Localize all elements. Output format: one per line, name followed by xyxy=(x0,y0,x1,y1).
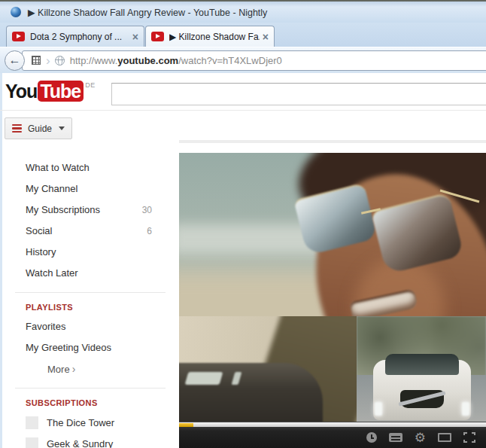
tab-bar: Dota 2 Symphony of ... × ▶ Killzone Shad… xyxy=(0,23,486,47)
watch-later-icon[interactable] xyxy=(366,432,377,443)
navigation-toolbar: ← › http://www.youtube.com/watch?v=hT4XL… xyxy=(0,47,486,73)
youtube-page: You Tube DE Guide What to Watch My Chann… xyxy=(0,73,486,448)
theater-mode-icon[interactable] xyxy=(438,433,451,442)
captions-icon[interactable] xyxy=(389,433,402,442)
bookmarks-grid-icon[interactable] xyxy=(32,56,41,65)
sidebar-item-what-to-watch[interactable]: What to Watch xyxy=(0,157,166,178)
more-label: More xyxy=(47,364,70,375)
sidebar-item-label: My Subscriptions xyxy=(26,204,100,215)
sidebar-item-label: My Channel xyxy=(26,183,77,194)
progress-bar[interactable] xyxy=(179,422,486,427)
youtube-logo[interactable]: You Tube DE xyxy=(5,81,96,102)
count-badge: 6 xyxy=(147,221,152,242)
sidebar-item-my-greeting-videos[interactable]: My Greeting Videos xyxy=(0,337,166,358)
video-frame-woman-sunglasses xyxy=(179,153,486,316)
sidebar-item-label: History xyxy=(26,246,56,258)
title-bar[interactable]: ▶ Killzone Shadow Fall Angry Review - Yo… xyxy=(0,0,486,23)
tab-killzone[interactable]: ▶ Killzone Shadow Fa... × xyxy=(145,26,275,47)
channel-thumbnail xyxy=(26,437,38,448)
sidebar-item-label: Geek & Sundry xyxy=(47,438,113,448)
player-top-strip xyxy=(179,140,486,143)
search-input[interactable] xyxy=(111,83,486,105)
sidebar-item-the-dice-tower[interactable]: The Dice Tower xyxy=(0,412,166,433)
url-bar[interactable]: › http://www.youtube.com/watch?v=hT4XLwD… xyxy=(22,50,486,71)
count-badge: 30 xyxy=(142,200,152,221)
sidebar-item-label: Social xyxy=(26,225,52,236)
sidebar-more-link[interactable]: More› xyxy=(0,358,166,379)
sidebar-item-my-channel[interactable]: My Channel xyxy=(0,178,166,200)
url-domain: youtube.com xyxy=(117,55,178,66)
chevron-separator-icon: › xyxy=(46,54,50,67)
tab-dota2[interactable]: Dota 2 Symphony of ... × xyxy=(6,26,144,47)
browser-window: ▶ Killzone Shadow Fall Angry Review - Yo… xyxy=(0,0,486,448)
chevron-right-icon: › xyxy=(72,363,76,375)
sidebar-item-my-subscriptions[interactable]: My Subscriptions 30 xyxy=(0,200,166,221)
sidebar-item-watch-later[interactable]: Watch Later xyxy=(0,263,166,284)
url-prefix: http://www. xyxy=(70,55,118,66)
guide-button[interactable]: Guide xyxy=(5,117,72,139)
tab-close-icon[interactable]: × xyxy=(132,32,138,41)
sidebar-item-history[interactable]: History xyxy=(0,242,166,263)
youtube-favicon-icon xyxy=(12,32,25,41)
tab-label: ▶ Killzone Shadow Fa... xyxy=(169,32,260,42)
logo-tube-text: Tube xyxy=(38,81,84,102)
logo-region-badge: DE xyxy=(85,81,96,89)
settings-icon[interactable]: ⚙ xyxy=(415,431,426,444)
sidebar-item-social[interactable]: Social 6 xyxy=(0,221,166,242)
sidebar-item-label: The Dice Tower xyxy=(47,417,114,428)
sidebar-divider xyxy=(15,388,166,389)
video-player[interactable]: ⚙ xyxy=(179,153,486,448)
masthead-divider xyxy=(0,110,486,111)
player-control-bar: ⚙ xyxy=(179,427,486,448)
caret-down-icon xyxy=(59,126,65,130)
guide-button-label: Guide xyxy=(28,123,52,134)
logo-you-text: You xyxy=(5,81,37,102)
channel-thumbnail xyxy=(26,416,38,429)
sidebar-item-label: Watch Later xyxy=(26,267,78,279)
nightly-logo-icon xyxy=(11,7,21,17)
video-frame-volvo-front xyxy=(357,316,486,422)
guide-sidebar: What to Watch My Channel My Subscription… xyxy=(0,157,166,448)
url-text[interactable]: http://www.youtube.com/watch?v=hT4XLwDje… xyxy=(70,55,282,66)
sidebar-item-label: My Greeting Videos xyxy=(26,342,111,353)
sidebar-item-label: Favorites xyxy=(26,321,65,332)
guide-menu-icon xyxy=(12,123,22,135)
sidebar-item-geek-and-sundry[interactable]: Geek & Sundry xyxy=(0,433,166,448)
tab-close-icon[interactable]: × xyxy=(263,32,269,41)
youtube-favicon-icon xyxy=(151,32,164,41)
playlists-header: PLAYLISTS xyxy=(0,298,166,316)
video-frame-road-car xyxy=(179,316,357,422)
tab-label: Dota 2 Symphony of ... xyxy=(30,32,129,42)
site-identity-globe-icon xyxy=(55,56,65,66)
sidebar-item-label: What to Watch xyxy=(26,162,90,173)
subscriptions-header: SUBSCRIPTIONS xyxy=(0,394,166,412)
url-path: /watch?v=hT4XLwDjer0 xyxy=(178,55,282,66)
fullscreen-icon[interactable] xyxy=(463,432,475,443)
sidebar-item-favorites[interactable]: Favorites xyxy=(0,316,166,337)
window-title: ▶ Killzone Shadow Fall Angry Review - Yo… xyxy=(28,7,267,18)
back-arrow-icon: ← xyxy=(9,54,21,66)
sidebar-divider xyxy=(15,292,166,293)
back-button[interactable]: ← xyxy=(5,50,25,71)
